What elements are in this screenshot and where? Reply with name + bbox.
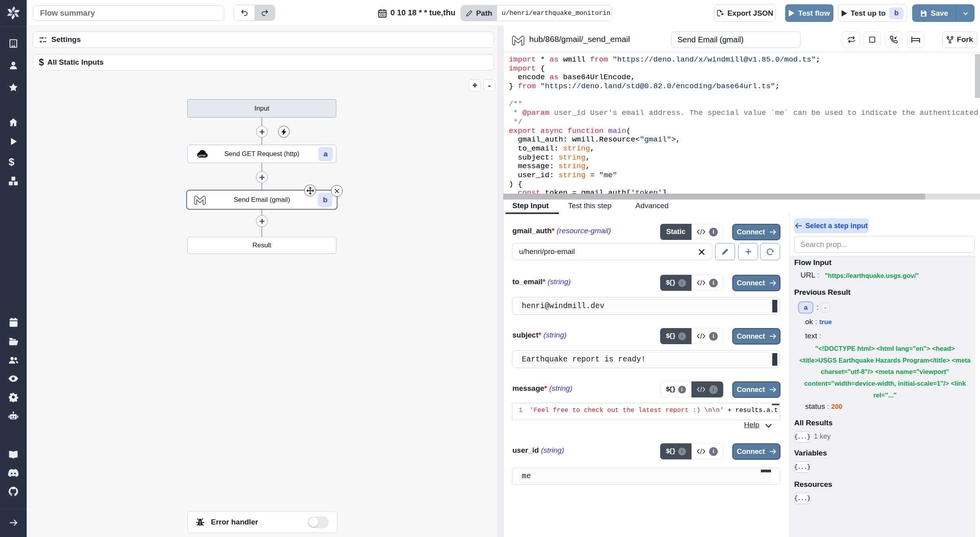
svg-text:HTTP: HTTP [198, 154, 206, 158]
